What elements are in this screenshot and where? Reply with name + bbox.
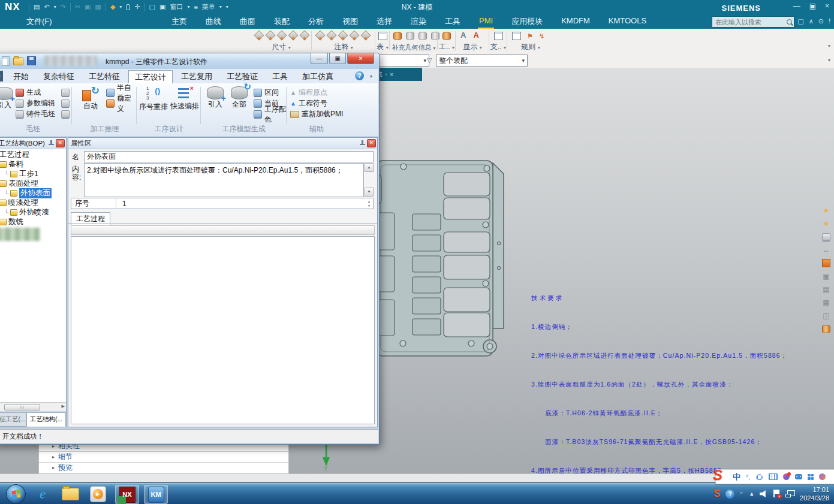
soft-keyboard-icon[interactable] — [769, 473, 778, 480]
tab-application[interactable]: 应用模块 — [510, 16, 544, 29]
search-input[interactable] — [714, 18, 787, 26]
minimize-button[interactable]: — — [311, 53, 328, 64]
tab-curve[interactable]: 曲线 — [204, 16, 222, 29]
kmmpd-window[interactable]: kmmpd - 三维零件工艺设计软件 — ▣ × ▼ 开始 复杂特征 工艺特征 … — [0, 53, 380, 445]
note-icon[interactable] — [338, 31, 348, 41]
tree-hscrollbar[interactable]: ||| ▶ — [0, 402, 66, 411]
pmi-stamp-tool-icon[interactable] — [821, 232, 831, 242]
hamburger-icon[interactable]: ≡ — [194, 4, 197, 11]
help-icon[interactable]: ? — [355, 71, 364, 80]
expand-icon[interactable]: ▸ — [52, 465, 55, 470]
restore-button[interactable]: ▣ — [809, 2, 816, 10]
tab-kmdfm[interactable]: KMDFM — [560, 16, 591, 29]
toolbox-icon[interactable] — [808, 474, 814, 480]
ime-mode-toggle[interactable]: 中 — [733, 472, 740, 482]
sogou-logo[interactable]: S — [713, 467, 722, 484]
new-document-icon[interactable] — [2, 56, 10, 66]
pmi-cube2-tool-icon[interactable]: ◫ — [821, 311, 831, 321]
expand-icon[interactable]: ▸ — [52, 454, 55, 460]
tab-tools[interactable]: 工具 — [444, 16, 462, 29]
tab-analysis[interactable]: 分析 — [307, 16, 325, 29]
voice-input-icon[interactable] — [757, 474, 761, 480]
ime-tiny-icon[interactable]: °˙ — [740, 491, 743, 497]
tree-item-step1[interactable]: └工步1 — [0, 169, 66, 179]
note-icon[interactable] — [327, 31, 337, 41]
row-preview[interactable]: ▸ 预览 — [39, 463, 288, 473]
clock[interactable]: 17:01 2024/3/28 — [800, 485, 829, 502]
save-icon[interactable] — [27, 56, 36, 65]
bar-overflow-icon[interactable]: ▾ — [828, 58, 830, 63]
ai-icon[interactable] — [819, 473, 826, 480]
tab-view[interactable]: 视图 — [341, 16, 359, 29]
dimension-icon[interactable] — [288, 31, 299, 41]
repeat-command-icon[interactable]: ◆ — [110, 3, 115, 11]
supplemental-geometry-icon[interactable] — [393, 32, 402, 40]
quick-arrange-button[interactable]: × 快速编排 — [169, 87, 200, 111]
scroll-right-icon[interactable]: ▶ — [62, 404, 65, 409]
name-field[interactable]: 外协表面 — [84, 151, 374, 162]
row-details[interactable]: ▸ 细节 — [39, 452, 288, 463]
rule-flag-icon[interactable]: ⚑ — [527, 32, 533, 40]
cut-icon[interactable]: ✂ — [75, 3, 80, 11]
sogou-tray-icon[interactable]: S — [714, 488, 721, 499]
taskbar-explorer-button[interactable] — [59, 485, 82, 503]
maximize-button[interactable]: ▣ — [329, 53, 346, 64]
tab-feature-process[interactable]: 征工艺(... — [0, 412, 26, 427]
auto-button[interactable]: ↻ 自动 — [77, 86, 104, 111]
open-folder-icon[interactable] — [13, 58, 23, 65]
content-scroll-down-icon[interactable]: ▼ — [365, 188, 374, 197]
mini-tool-icon[interactable] — [61, 110, 70, 118]
pmi-list-tool-icon[interactable] — [821, 258, 831, 268]
panel-close-icon[interactable]: × — [56, 139, 65, 147]
engineering-symbol-button[interactable]: ▲工程符号 — [290, 98, 327, 108]
tab-render[interactable]: 渲染 — [410, 16, 427, 29]
fullscreen-icon[interactable]: ▢ — [797, 17, 803, 25]
punctuation-toggle[interactable]: °, — [746, 473, 750, 481]
alert-icon[interactable]: ! — [829, 17, 830, 25]
repeat-dropdown-icon[interactable]: ▾ — [119, 4, 122, 10]
taskbar-mediaplayer-button[interactable]: ▶ — [86, 485, 109, 503]
content-scroll-up-icon[interactable]: ▲ — [365, 163, 374, 172]
reload-pmi-button[interactable]: 重新加载PMI — [290, 109, 343, 119]
tree-item-outsourced-surface[interactable]: └外协表面 — [0, 188, 66, 198]
note-icon[interactable] — [361, 31, 371, 41]
dimension-icon[interactable] — [254, 31, 264, 41]
command-search[interactable] — [712, 16, 794, 28]
help-icon[interactable]: ⊙ — [818, 17, 824, 25]
undo-icon[interactable]: ↶ — [44, 3, 49, 11]
qat-overflow-icon[interactable]: ▾ — [226, 4, 228, 10]
close-button[interactable]: × — [347, 53, 374, 64]
help-tray-icon[interactable]: ? — [725, 490, 734, 499]
tree-item-cnc-milling[interactable]: 数铣 — [0, 217, 66, 227]
sequence-value[interactable]: 1 — [116, 200, 127, 208]
display-style-icon[interactable]: A — [460, 32, 466, 39]
voice-command-icon[interactable] — [126, 4, 130, 10]
paste-icon[interactable]: ▦ — [95, 3, 101, 11]
dimension-icon[interactable] — [277, 31, 287, 41]
sequence-row[interactable]: 序号 1 ▲▼ — [71, 198, 374, 209]
tab-close-icon[interactable]: × — [390, 71, 393, 78]
note-icon[interactable] — [315, 31, 326, 41]
pmi-sheet-edit-tool-icon[interactable]: ▤ — [821, 285, 831, 294]
edge-large-button[interactable]: + 引入 — [0, 87, 13, 110]
network-icon[interactable] — [785, 490, 794, 497]
redo-icon[interactable]: ↷ — [61, 3, 66, 11]
panel-close-icon[interactable]: × — [367, 139, 376, 147]
pmi-table-edit-tool-icon[interactable]: ▦ — [821, 298, 831, 307]
process-content-area[interactable] — [71, 236, 375, 424]
tree-item-surface-treatment[interactable]: 表面处理 — [0, 179, 66, 188]
pin-icon[interactable] — [359, 140, 365, 147]
all-button[interactable]: ↻ 全部 — [228, 86, 250, 110]
smart-assistant-icon[interactable] — [795, 474, 802, 479]
tree-item-paint-treatment[interactable]: 喷漆处理 — [0, 198, 66, 207]
pmi-star-tool-icon[interactable]: ★ — [821, 206, 831, 215]
volume-icon[interactable] — [760, 490, 767, 497]
rule-icon[interactable] — [512, 32, 521, 40]
pmi-dimension-tool-icon[interactable]: ↔ — [821, 245, 831, 255]
mini-tool-icon[interactable] — [61, 99, 70, 107]
corner-dropdown-icon[interactable]: ▼ — [0, 71, 3, 82]
taskbar-nx-button[interactable]: NX — [115, 485, 139, 504]
programming-origin-button[interactable]: ▲编程原点 — [290, 87, 327, 98]
content-field[interactable]: 2.对图中绿色所示区域进行表面处理镀覆：Cu/Ap.Ni-P20.Ep.Au1.… — [84, 163, 364, 197]
skin-icon[interactable] — [783, 473, 790, 480]
